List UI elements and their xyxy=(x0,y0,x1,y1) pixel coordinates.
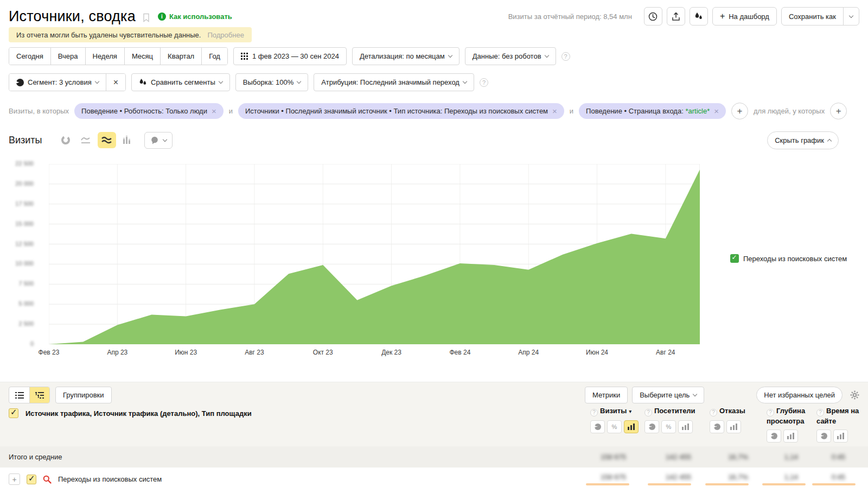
data-filter-select[interactable]: Данные: без роботов xyxy=(465,47,556,65)
preset-year[interactable]: Год xyxy=(201,48,227,65)
column-bounce: ?Отказы xyxy=(705,406,762,443)
remove-filter-icon[interactable]: × xyxy=(552,106,557,116)
remove-filter-icon[interactable]: × xyxy=(212,106,216,116)
tree-view-button[interactable] xyxy=(29,387,49,403)
add-people-filter-button[interactable]: + xyxy=(830,103,847,119)
x-axis-label: Окт 23 xyxy=(313,349,333,356)
help-icon[interactable]: ? xyxy=(480,78,488,87)
help-icon[interactable]: ? xyxy=(561,52,570,61)
viz-bars-button[interactable] xyxy=(726,420,741,433)
column-header-visitors[interactable]: ?Посетители xyxy=(644,406,705,416)
x-axis-label: Июн 23 xyxy=(175,349,197,356)
choose-goal-select[interactable]: Выберите цель xyxy=(632,387,704,403)
legend-checkbox[interactable] xyxy=(730,254,739,263)
table-view-toggle xyxy=(9,387,50,403)
metrics-button[interactable]: Метрики xyxy=(585,387,628,403)
no-favorite-goals-badge[interactable]: Нет избранных целей xyxy=(756,387,843,403)
save-as-split-button: Сохранить как xyxy=(781,7,859,26)
flat-list-view-button[interactable] xyxy=(9,387,29,403)
settings-gear-icon[interactable] xyxy=(850,390,859,400)
segment-clear-button[interactable]: × xyxy=(106,74,125,91)
preset-month[interactable]: Месяц xyxy=(124,48,160,65)
expand-row-button[interactable]: + xyxy=(9,473,20,485)
comment-icon xyxy=(150,136,159,144)
chart-type-line-button[interactable] xyxy=(77,132,95,148)
viz-pie-button[interactable] xyxy=(644,420,659,433)
viz-percent-button[interactable]: % xyxy=(607,420,622,433)
column-time-on-site: ?Время на сайте xyxy=(812,406,859,443)
column-header-visits[interactable]: ?Визиты▾ xyxy=(590,406,640,416)
remove-filter-icon[interactable]: × xyxy=(714,106,719,116)
detalization-select[interactable]: Детализация: по месяцам xyxy=(352,47,459,65)
viz-pie-button[interactable] xyxy=(816,429,831,443)
preset-week[interactable]: Неделя xyxy=(85,48,124,65)
list-icon xyxy=(15,391,24,399)
chart-header: Визиты xyxy=(9,131,839,149)
row-label: Переходы из поисковых систем xyxy=(58,475,162,483)
export-button[interactable] xyxy=(667,7,685,26)
entry-page-pattern: *article* xyxy=(685,107,710,115)
viz-bars-button[interactable] xyxy=(783,429,798,443)
chevron-down-icon xyxy=(95,79,99,84)
preset-yesterday[interactable]: Вчера xyxy=(50,48,85,65)
x-axis-label: Авг 23 xyxy=(245,349,264,356)
y-axis-label: 17 500 xyxy=(15,200,34,207)
history-button[interactable] xyxy=(644,7,662,26)
sources-summary-report: Источники, сводка i Как использовать Виз… xyxy=(0,0,868,499)
pie-icon xyxy=(649,424,655,430)
viz-bars-button[interactable] xyxy=(624,420,639,433)
how-to-use-link[interactable]: i Как использовать xyxy=(158,12,232,21)
compare-segments-button[interactable]: Сравнить сегменты xyxy=(131,73,230,91)
metric-column-headers: ?Визиты▾ % ?Посетители % ?Отказы xyxy=(586,406,859,443)
drops-icon xyxy=(694,12,703,21)
date-range-button[interactable]: 1 фев 2023 — 30 сен 2024 xyxy=(233,47,347,65)
chart-type-area-button[interactable] xyxy=(98,132,116,148)
preset-quarter[interactable]: Квартал xyxy=(160,48,201,65)
viz-percent-button[interactable]: % xyxy=(661,420,676,433)
x-axis-label: Июн 24 xyxy=(586,349,608,356)
sampling-select[interactable]: Выборка: 100% xyxy=(235,73,309,91)
table-row-search-engines[interactable]: + Переходы из поисковых систем 158 675 1… xyxy=(0,468,868,491)
column-header-depth[interactable]: ?Глубина просмотра xyxy=(767,406,812,426)
viz-pie-button[interactable] xyxy=(767,429,781,443)
totals-depth: 1,14 xyxy=(784,453,798,461)
grouping-title: Источник трафика, Источник трафика (дета… xyxy=(25,409,252,418)
chart-type-donut-button[interactable] xyxy=(56,132,75,148)
sort-desc-icon: ▾ xyxy=(629,408,631,414)
chart-type-columns-button[interactable] xyxy=(118,132,137,148)
groupings-button[interactable]: Группировки xyxy=(55,387,112,403)
report-header: Источники, сводка i Как использовать Виз… xyxy=(9,6,859,27)
save-as-caret[interactable] xyxy=(843,8,859,25)
preset-today[interactable]: Сегодня xyxy=(9,48,50,65)
filter-chip-robots[interactable]: Поведение • Роботность: Только люди × xyxy=(74,103,224,119)
segments-button[interactable] xyxy=(690,7,708,26)
viz-pie-button[interactable] xyxy=(710,420,724,433)
calendar-grid-icon xyxy=(241,53,248,60)
to-dashboard-button[interactable]: + На дашборд xyxy=(712,7,777,26)
chevron-down-icon xyxy=(463,79,467,84)
annotations-button[interactable] xyxy=(144,132,173,149)
segment-group: Сегмент: 3 условия × xyxy=(9,73,126,91)
upload-icon xyxy=(672,12,680,21)
and-label: и xyxy=(229,107,233,115)
bookmark-icon[interactable] xyxy=(142,13,150,22)
filter-chip-entry-page[interactable]: Поведение • Страница входа: *article* × xyxy=(579,103,726,119)
attribution-select[interactable]: Атрибуция: Последний значимый переход xyxy=(314,73,474,91)
hide-chart-button[interactable]: Скрыть график xyxy=(767,131,839,149)
select-all-checkbox[interactable] xyxy=(9,408,18,418)
y-axis-labels: 02 5005 0007 50010 00012 50015 00017 500… xyxy=(0,164,34,344)
viz-bars-button[interactable] xyxy=(678,420,693,433)
banner-more-link[interactable]: Подробнее xyxy=(207,31,244,39)
column-header-bounce[interactable]: ?Отказы xyxy=(710,406,762,416)
viz-bars-button[interactable] xyxy=(833,429,848,443)
legend-item-search-engines[interactable]: Переходы из поисковых систем xyxy=(730,254,847,263)
segment-select[interactable]: Сегмент: 3 условия xyxy=(9,74,106,91)
add-visit-filter-button[interactable]: + xyxy=(731,103,748,119)
help-icon: ? xyxy=(710,409,717,416)
column-header-time[interactable]: ?Время на сайте xyxy=(816,406,859,426)
viz-pie-button[interactable] xyxy=(590,420,605,433)
row-checkbox[interactable] xyxy=(27,475,36,484)
save-as-button[interactable]: Сохранить как xyxy=(782,8,843,25)
row-bounce: 16,7% xyxy=(728,473,748,481)
filter-chip-source-type[interactable]: Источники • Последний значимый источник … xyxy=(238,103,564,119)
